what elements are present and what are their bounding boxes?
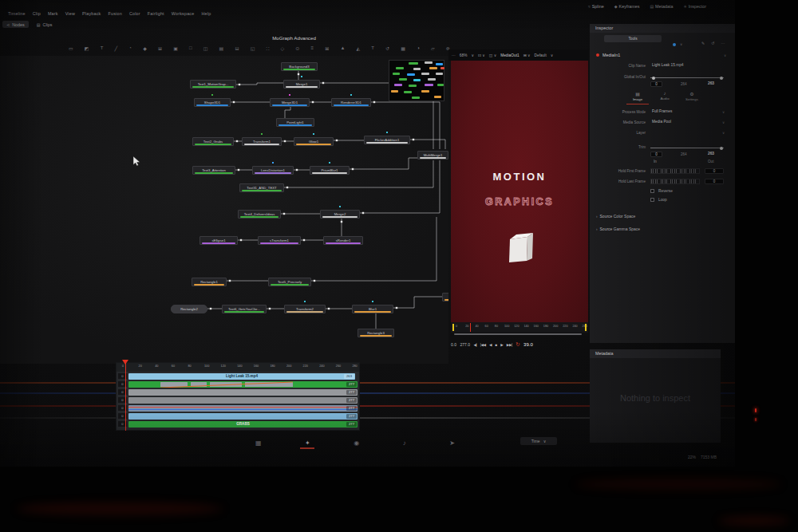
tool-icon-19[interactable]: ◭ <box>357 45 361 51</box>
wire-handle[interactable] <box>298 73 299 75</box>
viewer-node-name[interactable]: MediaOut1 <box>500 53 519 57</box>
tool-icon-4[interactable]: ◔ <box>128 45 132 51</box>
track-row-5[interactable]: 0277 <box>118 404 358 412</box>
node-sof[interactable]: Sof <box>442 293 448 301</box>
track-bar[interactable]: 277 <box>128 397 358 404</box>
node-merge1[interactable]: Merge1 <box>283 80 320 89</box>
viewer-option-icon[interactable]: ⊡ ∨ <box>478 53 485 57</box>
media-source-value[interactable]: Media Pool <box>652 120 671 124</box>
node-merge3d1[interactable]: Merge3D1 <box>270 98 310 107</box>
wire-handle[interactable] <box>314 280 315 282</box>
wire-handle[interactable] <box>322 82 324 84</box>
node-text6-getsyouclie[interactable]: Text6_GetsYouClie... <box>222 305 267 313</box>
wire-handle[interactable] <box>336 140 338 141</box>
viewer-lut[interactable]: Default <box>535 53 547 57</box>
track-bar[interactable]: 277 <box>128 381 358 388</box>
track-bar[interactable]: 277 <box>128 405 358 412</box>
viewer-zoom-chevron[interactable]: ∨ <box>471 53 474 57</box>
inspector-tab-audio[interactable]: ♪Audio <box>653 91 677 100</box>
media-in-header[interactable]: MediaIn1 <box>596 53 620 57</box>
track-row-3[interactable]: 0277 <box>118 388 358 396</box>
wire-handle[interactable] <box>284 140 286 142</box>
step-back-button[interactable]: ◀| <box>473 343 476 347</box>
trim-out-value[interactable]: 263 <box>708 152 714 156</box>
node-editor-minimap[interactable] <box>389 60 444 101</box>
node-srender1[interactable]: sRender1 <box>323 236 363 245</box>
track-bar[interactable]: 277 <box>128 389 358 396</box>
tab-spline[interactable]: ≈Spline <box>588 4 604 9</box>
wire-handle[interactable] <box>283 213 285 215</box>
play-button[interactable]: ▶ <box>500 343 503 347</box>
viewer-canvas[interactable]: MOTION GRAPHICS <box>451 61 588 322</box>
page-edit-button[interactable]: ▦ <box>255 439 262 447</box>
track-bar[interactable]: GRABS277 <box>128 421 358 428</box>
tool-icon-23[interactable]: ◑ <box>417 45 420 51</box>
tab-keyframes[interactable]: ◆Keyframes <box>614 4 640 9</box>
hold-last-scrubber[interactable] <box>650 179 700 184</box>
reverse-checkbox[interactable] <box>650 189 654 193</box>
tool-icon-2[interactable]: T <box>101 45 104 51</box>
keyframes-ruler[interactable]: 020406080100120140160180200220240260280 <box>117 363 359 372</box>
viewer-grid-icon[interactable]: ⊞ ∨ <box>523 53 531 57</box>
tool-icon-24[interactable]: ▱ <box>431 45 435 51</box>
tool-icon-0[interactable]: ▭ <box>69 45 73 51</box>
global-in-value[interactable]: 0 <box>650 81 662 87</box>
wire-handle[interactable] <box>210 308 211 309</box>
loop-checkbox[interactable] <box>650 198 654 202</box>
node-text2-grabs[interactable]: Text2_Grabs <box>192 137 234 146</box>
tool-icon-12[interactable]: ◱ <box>251 45 255 51</box>
tool-icon-1[interactable]: ◩ <box>85 45 89 51</box>
node-rectangle3[interactable]: Rectangle3 <box>358 329 394 337</box>
viewer-lut-chevron[interactable]: ∨ <box>551 53 554 57</box>
wire-handle[interactable] <box>236 140 238 142</box>
clips-view-button[interactable]: ▤Clips <box>34 21 56 28</box>
node-rectangle1[interactable]: Rectangle1 <box>192 278 227 286</box>
tool-icon-14[interactable]: ◇ <box>281 45 285 51</box>
source-color-space-section[interactable]: ›Source Color Space <box>596 214 635 219</box>
playhead-line[interactable] <box>125 362 126 431</box>
node-merge2[interactable]: Merge2 <box>320 210 360 219</box>
dropdown-chevron[interactable]: ∨ <box>722 120 725 124</box>
page-fairlight-button[interactable]: ♪ <box>403 439 406 447</box>
wire-handle[interactable] <box>362 212 364 214</box>
node-editor[interactable]: Background3Text1_MotionGrap...Merge1Shap… <box>0 56 448 364</box>
global-out-handle[interactable] <box>720 77 723 80</box>
tool-icon-20[interactable]: T <box>371 45 374 51</box>
tool-icon-10[interactable]: ▤ <box>219 45 224 51</box>
wire-handle[interactable] <box>233 101 235 103</box>
node-text31-and-text[interactable]: Text31_AND_TEXT <box>239 183 284 192</box>
viewer-option-icon[interactable]: ◫ ∨ <box>489 53 496 57</box>
node-stransform1[interactable]: sTransform1 <box>258 236 301 245</box>
tool-icon-7[interactable]: ▣ <box>173 45 178 51</box>
node-multimerge1[interactable]: MultiMerge1 <box>417 151 448 160</box>
stop-button[interactable]: ■ <box>496 343 497 347</box>
node-transform2[interactable]: Transform2 <box>284 305 326 313</box>
tool-icon-9[interactable]: ◫ <box>203 45 208 51</box>
wire-handle[interactable] <box>312 101 314 103</box>
tool-icon-11[interactable]: ⊟ <box>235 45 239 51</box>
menu-item-mark[interactable]: Mark <box>48 11 58 16</box>
tools-tab[interactable]: Tools <box>604 35 662 42</box>
track-row-1[interactable]: 0Light Leak 15.mp4263 <box>118 372 358 380</box>
track-row-6[interactable]: 0277 <box>118 412 358 420</box>
node-text4-deliversideas[interactable]: Text4_DeliversIdeas <box>238 210 281 219</box>
wire-handle[interactable] <box>328 308 330 309</box>
goto-start-button[interactable]: |◀◀ <box>480 343 486 347</box>
page-fusion-button[interactable]: ✦ <box>305 439 310 447</box>
keyframes-timeline-panel[interactable]: 020406080100120140160180200220240260280 … <box>116 362 360 431</box>
reset-icon[interactable]: ↺ <box>711 41 714 45</box>
hold-last-value[interactable]: 0 <box>705 179 724 184</box>
hold-first-scrubber[interactable] <box>650 168 700 174</box>
viewer-playhead[interactable] <box>470 323 471 332</box>
tool-icon-6[interactable]: ⊞ <box>158 45 162 51</box>
node-rectangle2[interactable]: Rectangle2 <box>171 305 207 313</box>
tool-icon-13[interactable]: ∷ <box>267 45 270 51</box>
node-lensdistortion1[interactable]: LensDistortion1 <box>252 166 294 175</box>
out-point-marker[interactable] <box>585 324 587 331</box>
tab-inspector[interactable]: ✳Inspector <box>684 4 706 9</box>
goto-end-button[interactable]: ▶▶| <box>507 343 512 347</box>
tool-icon-3[interactable]: ╱ <box>115 45 118 51</box>
page-deliver-button[interactable]: ➤ <box>449 439 455 447</box>
time-mode-dropdown[interactable]: Time ∨ <box>520 437 557 445</box>
node-shape3d1[interactable]: Shape3D1 <box>194 98 231 107</box>
